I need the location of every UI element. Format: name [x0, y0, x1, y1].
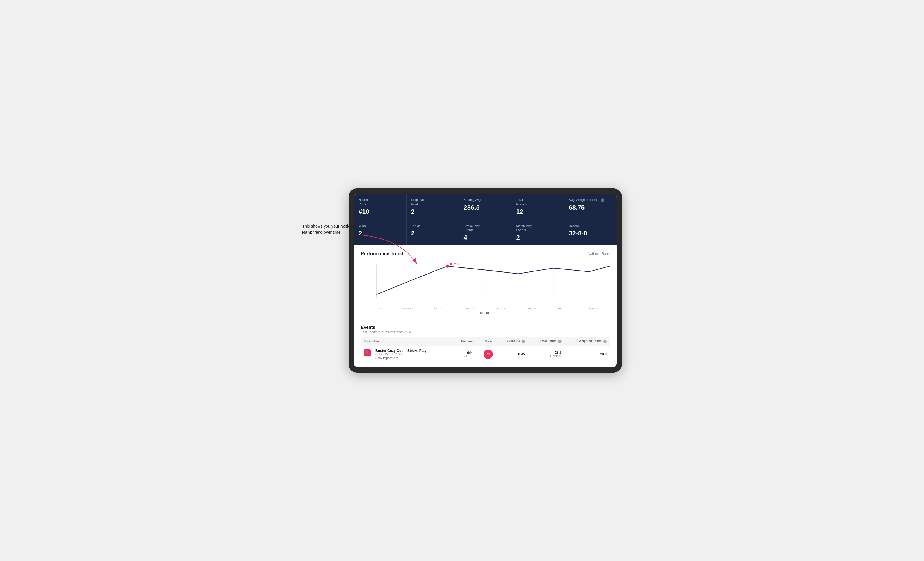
stat-match-play: Match PlayEvents 2 — [512, 220, 564, 246]
event-icon: 🏌 — [364, 349, 371, 356]
event-weighted-points-cell: 28.3 — [565, 346, 610, 363]
month-mar24: MAR 24 — [516, 307, 548, 310]
col-weighted-points: Weighted Points i — [565, 337, 610, 346]
col-event-sg: Event SG i — [496, 337, 528, 346]
rank-impact-arrow: ▼ — [396, 357, 399, 360]
col-score: Score — [476, 337, 496, 346]
month-oct23: OCT 23 — [362, 307, 393, 310]
event-name: Buster Cozy Cup – Stroke Play — [375, 349, 426, 353]
event-name-cell: 🏌 Buster Cozy Cup – Stroke Play Oct 9 - … — [361, 346, 452, 363]
stats-header-row1: NationalRank #10 RegionalRank 2 Scoring … — [354, 194, 616, 220]
stat-record: Record 32-8-0 — [564, 220, 616, 246]
svg-point-8 — [446, 265, 449, 268]
perf-subtitle: National Rank — [588, 252, 610, 256]
stat-national-rank-label: NationalRank — [358, 198, 402, 206]
stat-scoring-avg: Scoring Avg. 286.5 — [459, 194, 512, 220]
month-apr24: APR 24 — [547, 307, 578, 310]
events-section: Events Last updated: 24th November 2023 … — [354, 320, 616, 367]
perf-header: Performance Trend National Rank — [361, 251, 610, 256]
event-score-cell: -22 — [476, 346, 496, 363]
col-event-name: Event Name — [361, 337, 452, 346]
month-may24: MAY 24 — [578, 307, 609, 310]
annotation-after: trend over time — [312, 230, 340, 235]
stat-stroke-play: Stroke PlayEvents 4 — [459, 220, 512, 246]
stat-scoring-avg-value: 286.5 — [464, 204, 507, 211]
event-position-sub: out of 7 — [455, 355, 473, 358]
tablet-screen: NationalRank #10 RegionalRank 2 Scoring … — [354, 194, 616, 367]
event-sg-cell: 0.45 — [496, 346, 528, 363]
info-icon: i — [601, 198, 604, 202]
stat-stroke-play-value: 4 — [464, 234, 507, 241]
event-date: Oct 9 - Oct 10, 2023 — [375, 353, 426, 356]
stat-match-play-label: Match PlayEvents — [516, 224, 559, 232]
annotation-before: This shows you your — [302, 224, 340, 229]
table-row: 🏌 Buster Cozy Cup – Stroke Play Oct 9 - … — [361, 346, 610, 363]
stat-top3s: Top 3s 2 — [406, 220, 459, 246]
event-rank-impact: Rank Impact: 3 ▼ — [375, 357, 426, 360]
stat-record-value: 32-8-0 — [568, 230, 612, 237]
month-jan24: JAN 24 — [454, 307, 486, 310]
rank-label: #10 — [453, 262, 458, 266]
stat-total-rounds-value: 12 — [516, 208, 559, 215]
month-dec23: DEC 23 — [423, 307, 454, 310]
stat-top3s-value: 2 — [411, 230, 454, 237]
rank-dot — [450, 263, 452, 265]
info-icon-wp: i — [603, 340, 607, 343]
event-position: 6th — [455, 350, 473, 355]
stat-regional-rank: RegionalRank 2 — [406, 194, 459, 220]
month-feb24: FEB 24 — [485, 307, 516, 310]
events-title: Events — [361, 325, 610, 329]
chart-area: #10 — [361, 261, 610, 305]
stats-header-row2: Wins 2 Top 3s 2 Stroke PlayEvents 4 Matc… — [354, 220, 616, 246]
events-updated: Last updated: 24th November 2023 — [361, 330, 610, 334]
chart-svg — [361, 261, 610, 305]
stat-wins-value: 2 — [358, 230, 402, 237]
stat-total-rounds: TotalRounds 12 — [512, 194, 564, 220]
event-total-points: 28.3 — [531, 350, 562, 355]
score-badge: -22 — [483, 350, 493, 359]
stat-avg-weighted-points: Avg. Weighted Points i 68.75 — [564, 194, 616, 220]
stat-avg-weighted-label: Avg. Weighted Points i — [568, 198, 612, 202]
annotation-text: This shows you your National Rank trend … — [302, 223, 360, 235]
stat-wins-label: Wins — [358, 224, 402, 228]
tablet-frame: NationalRank #10 RegionalRank 2 Scoring … — [349, 188, 622, 373]
events-table: Event Name Position Score Event SG i Tot… — [361, 337, 610, 362]
stat-total-rounds-label: TotalRounds — [516, 198, 559, 206]
event-weighted-points: 28.3 — [567, 352, 607, 356]
stat-national-rank: NationalRank #10 — [354, 194, 406, 220]
stat-wins: Wins 2 — [354, 220, 406, 246]
stat-national-rank-value: #10 — [358, 208, 402, 215]
col-total-points: Total Points i — [528, 337, 565, 346]
event-total-points-cell: 28.3 3 Rounds — [528, 346, 565, 363]
stat-regional-rank-label: RegionalRank — [411, 198, 454, 206]
stat-scoring-avg-label: Scoring Avg. — [464, 198, 507, 202]
stat-record-label: Record — [568, 224, 612, 228]
info-icon-sg: i — [522, 340, 525, 343]
month-nov23: NOV 23 — [393, 307, 424, 310]
info-icon-tp: i — [558, 340, 562, 343]
stat-stroke-play-label: Stroke PlayEvents — [464, 224, 507, 232]
chart-months: OCT 23 NOV 23 DEC 23 JAN 24 FEB 24 MAR 2… — [361, 307, 610, 310]
col-position: Position — [452, 337, 476, 346]
stat-avg-weighted-value: 68.75 — [568, 204, 612, 211]
stat-match-play-value: 2 — [516, 234, 559, 241]
event-total-rounds: 3 Rounds — [531, 355, 562, 358]
event-position-cell: 6th out of 7 — [452, 346, 476, 363]
perf-title: Performance Trend — [361, 251, 403, 256]
stat-top3s-label: Top 3s — [411, 224, 454, 228]
chart-x-title: Months — [361, 311, 610, 314]
performance-section: Performance Trend National Rank — [354, 245, 616, 320]
stat-regional-rank-value: 2 — [411, 208, 454, 215]
event-sg-value: 0.45 — [499, 352, 525, 356]
